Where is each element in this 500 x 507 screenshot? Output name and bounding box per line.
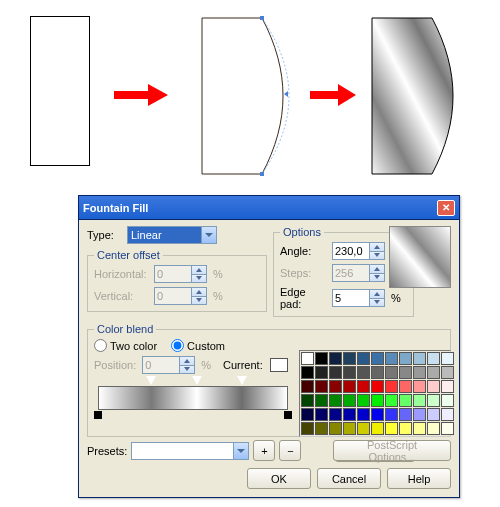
vertical-spinner (154, 287, 207, 305)
preset-remove-button[interactable]: − (279, 440, 301, 461)
color-swatch[interactable] (441, 380, 454, 393)
color-swatch[interactable] (329, 394, 342, 407)
presets-label: Presets: (87, 445, 127, 457)
color-swatch[interactable] (441, 352, 454, 365)
color-swatch[interactable] (315, 352, 328, 365)
color-swatch[interactable] (385, 408, 398, 421)
color-swatch[interactable] (385, 352, 398, 365)
color-swatch[interactable] (427, 366, 440, 379)
position-label: Position: (94, 359, 136, 371)
color-swatch[interactable] (399, 422, 412, 435)
color-swatch[interactable] (357, 422, 370, 435)
shape-curved (200, 16, 300, 176)
help-button[interactable]: Help (387, 468, 451, 489)
color-swatch[interactable] (413, 422, 426, 435)
color-swatch[interactable] (427, 352, 440, 365)
titlebar[interactable]: Fountain Fill ✕ (79, 196, 459, 220)
color-swatch[interactable] (399, 366, 412, 379)
color-swatch[interactable] (385, 422, 398, 435)
color-swatch[interactable] (441, 394, 454, 407)
postscript-button: PostScript Options... (333, 440, 451, 461)
position-spinner (142, 356, 195, 374)
color-swatch[interactable] (399, 408, 412, 421)
color-swatch[interactable] (427, 394, 440, 407)
color-swatch[interactable] (329, 408, 342, 421)
chevron-down-icon (201, 227, 216, 243)
color-swatch[interactable] (371, 394, 384, 407)
color-swatch[interactable] (399, 380, 412, 393)
close-button[interactable]: ✕ (437, 200, 455, 216)
color-swatch[interactable] (427, 422, 440, 435)
color-swatch[interactable] (371, 380, 384, 393)
color-swatch[interactable] (301, 366, 314, 379)
color-swatch[interactable] (399, 352, 412, 365)
color-swatch[interactable] (301, 408, 314, 421)
color-swatch[interactable] (413, 408, 426, 421)
color-swatch[interactable] (357, 408, 370, 421)
svg-rect-0 (260, 16, 264, 20)
ok-button[interactable]: OK (247, 468, 311, 489)
color-swatch[interactable] (357, 380, 370, 393)
color-swatch[interactable] (441, 422, 454, 435)
color-swatch[interactable] (427, 380, 440, 393)
fountain-fill-dialog: Fountain Fill ✕ Type: Linear Center offs… (78, 195, 460, 498)
color-swatch[interactable] (413, 380, 426, 393)
color-swatch[interactable] (301, 352, 314, 365)
color-swatch[interactable] (371, 422, 384, 435)
current-label: Current: (223, 359, 263, 371)
color-swatch[interactable] (329, 380, 342, 393)
color-swatch[interactable] (371, 366, 384, 379)
color-swatch[interactable] (301, 394, 314, 407)
color-swatch[interactable] (357, 366, 370, 379)
color-swatch[interactable] (413, 394, 426, 407)
color-swatch[interactable] (399, 394, 412, 407)
edgepad-spinner[interactable] (332, 289, 385, 307)
shape-filled (370, 16, 470, 176)
color-swatch[interactable] (329, 366, 342, 379)
center-offset-group: Center offset Horizontal: % Vertical: (87, 249, 267, 312)
gradient-editor[interactable] (98, 386, 288, 410)
gradient-preview (389, 226, 451, 288)
arrow-right-icon (112, 83, 170, 107)
preset-add-button[interactable]: + (253, 440, 275, 461)
color-swatch[interactable] (371, 352, 384, 365)
cancel-button[interactable]: Cancel (317, 468, 381, 489)
type-select[interactable]: Linear (127, 226, 217, 244)
color-swatch[interactable] (315, 394, 328, 407)
color-swatch[interactable] (329, 352, 342, 365)
chevron-down-icon (233, 443, 248, 459)
color-swatch[interactable] (301, 380, 314, 393)
color-swatch[interactable] (315, 366, 328, 379)
color-swatch[interactable] (343, 394, 356, 407)
steps-label: Steps: (280, 267, 328, 279)
color-swatch[interactable] (385, 366, 398, 379)
color-swatch[interactable] (357, 352, 370, 365)
dialog-title: Fountain Fill (83, 202, 437, 214)
color-swatch[interactable] (315, 408, 328, 421)
color-swatch[interactable] (343, 380, 356, 393)
color-swatch[interactable] (301, 422, 314, 435)
custom-radio[interactable]: Custom (171, 339, 225, 352)
color-swatch[interactable] (357, 394, 370, 407)
color-swatch[interactable] (441, 366, 454, 379)
color-swatch[interactable] (385, 394, 398, 407)
color-swatch[interactable] (427, 408, 440, 421)
two-color-radio[interactable]: Two color (94, 339, 157, 352)
presets-select[interactable] (131, 442, 249, 460)
arrow-right-icon (308, 83, 358, 107)
color-swatch[interactable] (343, 422, 356, 435)
current-color-swatch[interactable] (270, 358, 288, 372)
color-swatch[interactable] (371, 408, 384, 421)
color-swatch[interactable] (441, 408, 454, 421)
color-swatch[interactable] (315, 422, 328, 435)
color-swatch[interactable] (315, 380, 328, 393)
angle-spinner[interactable] (332, 242, 385, 260)
horizontal-spinner (154, 265, 207, 283)
color-swatch[interactable] (329, 422, 342, 435)
color-swatch[interactable] (413, 366, 426, 379)
color-swatch[interactable] (413, 352, 426, 365)
color-swatch[interactable] (385, 380, 398, 393)
color-swatch[interactable] (343, 408, 356, 421)
color-swatch[interactable] (343, 352, 356, 365)
color-swatch[interactable] (343, 366, 356, 379)
